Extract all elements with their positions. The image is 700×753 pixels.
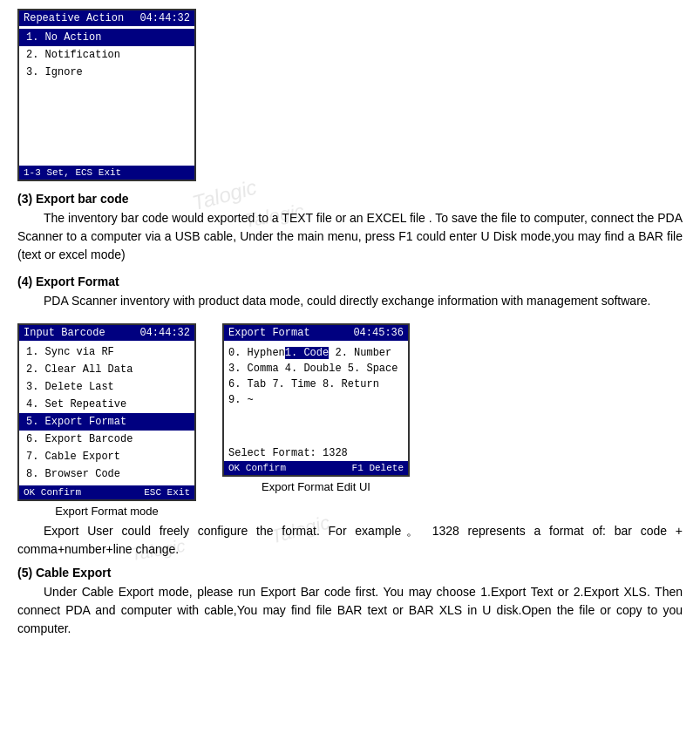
ef-number: 2. Number — [329, 347, 391, 359]
input-item-4[interactable]: 4. Set Repeative — [19, 396, 194, 413]
input-item-1[interactable]: 1. Sync via RF — [19, 343, 194, 361]
screens-row: Input Barcode 04:44:32 1. Sync via RF 2.… — [17, 323, 683, 518]
input-footer-esc: ESC Exit — [144, 487, 190, 498]
right-screen-caption: Export Format Edit UI — [262, 480, 370, 493]
ef-footer-ok: OK Confirm — [228, 463, 286, 473]
section4-header: (4) Export Format — [17, 275, 683, 288]
input-footer-ok: OK Confirm — [24, 487, 81, 498]
right-screen-wrapper: Export Format 04:45:36 0. Hyphen1. Code … — [222, 323, 410, 493]
input-item-2[interactable]: 2. Clear All Data — [19, 361, 194, 378]
repeative-action-item-1[interactable]: 1. No Action — [19, 29, 194, 46]
ef-row-1: 0. Hyphen1. Code 2. Number — [224, 345, 408, 361]
ef-row-4: 9. ~ — [224, 392, 408, 408]
repeative-action-footer: 1-3 Set, ECS Exit — [19, 166, 194, 180]
input-barcode-title: Input Barcode — [24, 327, 105, 339]
top-screen-area: Repeative Action 04:44:32 1. No Action 2… — [17, 9, 683, 181]
export-format-footer: OK Confirm F1 Delete — [224, 461, 408, 475]
ef-hyphen: 0. Hyphen — [228, 347, 285, 359]
repeative-action-screen: Repeative Action 04:44:32 1. No Action 2… — [17, 9, 196, 181]
section5-header: (5) Cable Export — [17, 566, 683, 580]
repeative-action-item-2[interactable]: 2. Notification — [19, 46, 194, 64]
repeative-action-title: Repeative Action — [24, 12, 124, 24]
ef-code-highlight: 1. Code — [285, 347, 329, 359]
left-screen-wrapper: Input Barcode 04:44:32 1. Sync via RF 2.… — [17, 323, 196, 518]
ef-row-3: 6. Tab 7. Time 8. Return — [224, 376, 408, 392]
ef-footer-f1: F1 Delete — [352, 463, 404, 473]
export-note: Export User could freely configure the f… — [17, 522, 683, 559]
section4-text: PDA Scanner inventory with product data … — [17, 292, 683, 310]
input-barcode-title-bar: Input Barcode 04:44:32 — [19, 325, 194, 341]
input-item-6[interactable]: 6. Export Barcode — [19, 431, 194, 448]
input-barcode-footer: OK Confirm ESC Exit — [19, 485, 194, 499]
export-format-screen: Export Format 04:45:36 0. Hyphen1. Code … — [222, 323, 410, 477]
export-format-time: 04:45:36 — [353, 327, 404, 339]
input-item-8[interactable]: 8. Browser Code — [19, 465, 194, 483]
input-item-3[interactable]: 3. Delete Last — [19, 378, 194, 396]
left-screen-caption: Export Format mode — [55, 505, 159, 518]
input-barcode-screen: Input Barcode 04:44:32 1. Sync via RF 2.… — [17, 323, 196, 501]
export-format-title-bar: Export Format 04:45:36 — [224, 325, 408, 341]
input-barcode-time: 04:44:32 — [139, 327, 190, 339]
repeative-action-footer-text: 1-3 Set, ECS Exit — [24, 167, 121, 178]
input-item-7[interactable]: 7. Cable Export — [19, 448, 194, 465]
ef-row-2: 3. Comma 4. Double 5. Space — [224, 361, 408, 376]
section3-header: (3) Export bar code — [17, 192, 683, 206]
input-item-5[interactable]: 5. Export Format — [19, 413, 194, 431]
repeative-action-title-bar: Repeative Action 04:44:32 — [19, 10, 194, 26]
export-format-title: Export Format — [228, 327, 310, 339]
section5-text: Under Cable Export mode, please run Expo… — [17, 583, 683, 638]
select-format-label: Select Format: 1328 — [224, 445, 408, 461]
section3-text: The inventory bar code would exported to… — [17, 209, 683, 264]
repeative-action-time: 04:44:32 — [139, 12, 190, 24]
repeative-action-item-3[interactable]: 3. Ignore — [19, 64, 194, 81]
